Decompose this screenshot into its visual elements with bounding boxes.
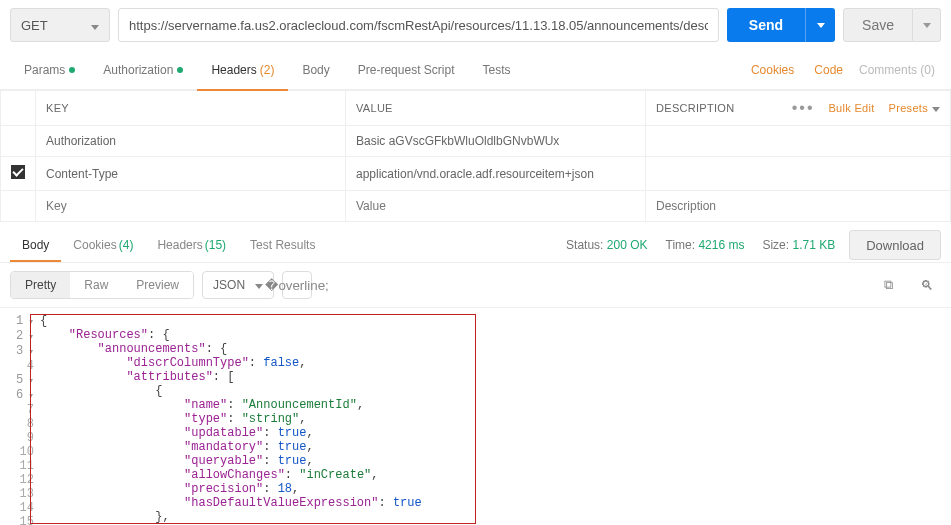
http-method-select[interactable]: GET	[10, 8, 110, 42]
chevron-down-icon	[932, 102, 940, 114]
header-desc-input[interactable]: Description	[646, 191, 951, 222]
header-value-cell[interactable]: application/vnd.oracle.adf.resourceitem+…	[346, 157, 646, 191]
th-description: DESCRIPTION ••• Bulk Edit Presets	[646, 91, 951, 126]
row-checkbox-cell	[1, 191, 36, 222]
row-checkbox-cell[interactable]	[1, 157, 36, 191]
send-dropdown-button[interactable]	[805, 8, 835, 42]
tab-prerequest[interactable]: Pre-request Script	[344, 50, 469, 90]
size-label: Size:	[762, 238, 789, 252]
headers-tbody: Authorization Basic aGVscGFkbWluOldlbGNv…	[1, 126, 951, 222]
status-dot-icon	[69, 67, 75, 73]
status-value: 200 OK	[607, 238, 648, 252]
resp-tab-cookies[interactable]: Cookies (4)	[61, 228, 145, 262]
download-button[interactable]: Download	[849, 230, 941, 260]
http-method-value: GET	[21, 18, 48, 33]
view-mode-segment: Pretty Raw Preview	[10, 271, 194, 299]
comments-link[interactable]: Comments (0)	[853, 63, 941, 77]
cookies-count: (4)	[119, 238, 134, 252]
send-button-group: Send	[727, 8, 835, 42]
size-block: Size: 1.71 KB	[762, 238, 835, 252]
request-tabs: Params Authorization Headers (2) Body Pr…	[0, 50, 951, 90]
th-key[interactable]: KEY	[36, 91, 346, 126]
headers-table: KEY VALUE DESCRIPTION ••• Bulk Edit Pres…	[0, 90, 951, 222]
view-pretty-button[interactable]: Pretty	[11, 272, 70, 298]
resp-tab-headers[interactable]: Headers (15)	[145, 228, 238, 262]
format-value: JSON	[213, 278, 245, 292]
headers-count: (2)	[260, 63, 275, 77]
format-select[interactable]: JSON	[202, 271, 274, 299]
presets-dropdown[interactable]: Presets	[889, 102, 940, 114]
url-input[interactable]	[118, 8, 719, 42]
presets-label: Presets	[889, 102, 928, 114]
more-icon[interactable]: •••	[792, 99, 815, 117]
chevron-down-icon	[255, 278, 263, 292]
resp-headers-count: (15)	[205, 238, 226, 252]
header-key-cell[interactable]: Content-Type	[36, 157, 346, 191]
body-view-toolbar: Pretty Raw Preview JSON �overline; ⧉ 🔍︎	[0, 262, 951, 308]
checkbox-checked-icon[interactable]	[11, 165, 25, 179]
tab-authorization-label: Authorization	[103, 63, 173, 77]
save-button-group: Save	[843, 8, 941, 42]
header-desc-cell[interactable]	[646, 157, 951, 191]
line-gutter[interactable]: 123456789101112131415	[10, 314, 40, 525]
response-tabs: Body Cookies (4) Headers (15) Test Resul…	[0, 222, 951, 262]
status-block: Status: 200 OK	[566, 238, 647, 252]
header-key-cell[interactable]: Authorization	[36, 126, 346, 157]
send-button[interactable]: Send	[727, 8, 805, 42]
size-value: 1.71 KB	[792, 238, 835, 252]
bulk-edit-link[interactable]: Bulk Edit	[828, 102, 874, 114]
header-desc-cell[interactable]	[646, 126, 951, 157]
resp-tab-cookies-label: Cookies	[73, 238, 116, 252]
view-preview-button[interactable]: Preview	[122, 272, 193, 298]
th-checkbox	[1, 91, 36, 126]
resp-tab-test-results[interactable]: Test Results	[238, 228, 327, 262]
time-block: Time: 4216 ms	[666, 238, 745, 252]
tab-authorization[interactable]: Authorization	[89, 50, 197, 90]
tab-params-label: Params	[24, 63, 65, 77]
tab-params[interactable]: Params	[10, 50, 89, 90]
time-value: 4216 ms	[698, 238, 744, 252]
request-bar: GET Send Save	[0, 0, 951, 50]
table-row-new[interactable]: Key Value Description	[1, 191, 951, 222]
row-checkbox-cell[interactable]	[1, 126, 36, 157]
view-raw-button[interactable]: Raw	[70, 272, 122, 298]
save-button[interactable]: Save	[843, 8, 913, 42]
th-value[interactable]: VALUE	[346, 91, 646, 126]
status-dot-icon	[177, 67, 183, 73]
header-key-input[interactable]: Key	[36, 191, 346, 222]
time-label: Time:	[666, 238, 696, 252]
header-value-input[interactable]: Value	[346, 191, 646, 222]
table-row[interactable]: Content-Type application/vnd.oracle.adf.…	[1, 157, 951, 191]
tab-body[interactable]: Body	[288, 50, 343, 90]
tab-headers-label: Headers	[211, 63, 256, 77]
wrap-lines-button[interactable]: �overline;	[282, 271, 312, 299]
th-description-label: DESCRIPTION	[656, 102, 734, 114]
search-button[interactable]: 🔍︎	[911, 271, 941, 299]
tab-headers[interactable]: Headers (2)	[197, 50, 288, 90]
header-value-cell[interactable]: Basic aGVscGFkbWluOldlbGNvbWUx	[346, 126, 646, 157]
copy-icon: ⧉	[884, 277, 893, 293]
resp-tab-headers-label: Headers	[157, 238, 202, 252]
code-content[interactable]: { "Resources": { "announcements": { "dis…	[40, 314, 422, 524]
code-link[interactable]: Code	[804, 63, 853, 77]
save-dropdown-button[interactable]	[913, 8, 941, 42]
response-body-viewer[interactable]: 123456789101112131415 { "Resources": { "…	[10, 314, 941, 525]
tab-tests[interactable]: Tests	[468, 50, 524, 90]
search-icon: 🔍︎	[920, 278, 933, 293]
chevron-down-icon	[91, 18, 99, 33]
cookies-link[interactable]: Cookies	[741, 63, 804, 77]
status-label: Status:	[566, 238, 603, 252]
resp-tab-body[interactable]: Body	[10, 228, 61, 262]
copy-button[interactable]: ⧉	[873, 271, 903, 299]
table-row[interactable]: Authorization Basic aGVscGFkbWluOldlbGNv…	[1, 126, 951, 157]
wrap-icon: �overline;	[265, 278, 328, 293]
response-status: Status: 200 OK Time: 4216 ms Size: 1.71 …	[566, 238, 835, 252]
